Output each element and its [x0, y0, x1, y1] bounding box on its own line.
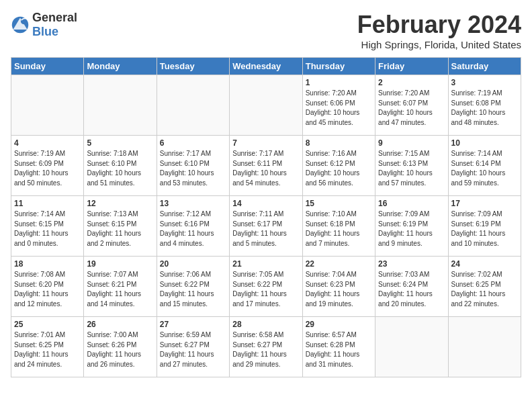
day-info: Sunrise: 7:17 AM Sunset: 6:10 PM Dayligh…: [160, 149, 226, 188]
calendar-week-2: 4 Sunrise: 7:19 AM Sunset: 6:09 PM Dayli…: [11, 136, 521, 196]
page-header: General Blue February 2024 High Springs,…: [11, 11, 521, 50]
calendar-cell: [375, 317, 448, 377]
day-info: Sunrise: 7:03 AM Sunset: 6:24 PM Dayligh…: [378, 270, 445, 309]
calendar-cell: 18 Sunrise: 7:08 AM Sunset: 6:20 PM Dayl…: [11, 257, 84, 317]
day-number: 4: [14, 138, 81, 148]
day-info: Sunrise: 7:06 AM Sunset: 6:22 PM Dayligh…: [160, 270, 226, 309]
month-title: February 2024: [357, 11, 521, 39]
day-info: Sunrise: 7:14 AM Sunset: 6:15 PM Dayligh…: [14, 210, 81, 248]
logo-blue: Blue: [32, 25, 58, 38]
weekday-header-friday: Friday: [375, 58, 448, 75]
day-info: Sunrise: 7:05 AM Sunset: 6:22 PM Dayligh…: [232, 270, 299, 309]
day-number: 24: [451, 259, 518, 269]
day-number: 25: [14, 320, 81, 329]
calendar-cell: 26 Sunrise: 7:00 AM Sunset: 6:26 PM Dayl…: [84, 317, 157, 377]
day-number: 3: [451, 78, 518, 87]
calendar-cell: 29 Sunrise: 6:57 AM Sunset: 6:28 PM Dayl…: [302, 317, 375, 377]
day-info: Sunrise: 7:15 AM Sunset: 6:13 PM Dayligh…: [378, 149, 445, 188]
calendar-cell: 15 Sunrise: 7:10 AM Sunset: 6:18 PM Dayl…: [302, 196, 375, 257]
calendar-cell: 21 Sunrise: 7:05 AM Sunset: 6:22 PM Dayl…: [230, 257, 302, 317]
calendar-cell: 8 Sunrise: 7:16 AM Sunset: 6:12 PM Dayli…: [302, 136, 375, 196]
day-info: Sunrise: 7:20 AM Sunset: 6:06 PM Dayligh…: [306, 89, 372, 128]
day-number: 8: [306, 138, 372, 148]
calendar-cell: 13 Sunrise: 7:12 AM Sunset: 6:16 PM Dayl…: [157, 196, 229, 257]
calendar-cell: 2 Sunrise: 7:20 AM Sunset: 6:07 PM Dayli…: [375, 75, 448, 136]
calendar-cell: 23 Sunrise: 7:03 AM Sunset: 6:24 PM Dayl…: [375, 257, 448, 317]
day-number: 19: [87, 259, 153, 269]
day-info: Sunrise: 6:59 AM Sunset: 6:27 PM Dayligh…: [160, 330, 226, 369]
calendar-cell: 17 Sunrise: 7:09 AM Sunset: 6:19 PM Dayl…: [448, 196, 521, 257]
calendar-cell: 1 Sunrise: 7:20 AM Sunset: 6:06 PM Dayli…: [302, 75, 375, 136]
calendar-cell: 28 Sunrise: 6:58 AM Sunset: 6:27 PM Dayl…: [230, 317, 302, 377]
calendar-cell: [230, 75, 302, 136]
day-number: 7: [232, 138, 299, 148]
day-number: 22: [306, 259, 372, 269]
calendar-table: SundayMondayTuesdayWednesdayThursdayFrid…: [11, 57, 521, 377]
calendar-cell: 4 Sunrise: 7:19 AM Sunset: 6:09 PM Dayli…: [11, 136, 84, 196]
day-number: 29: [306, 320, 372, 329]
day-info: Sunrise: 7:16 AM Sunset: 6:12 PM Dayligh…: [306, 149, 372, 188]
calendar-cell: 11 Sunrise: 7:14 AM Sunset: 6:15 PM Dayl…: [11, 196, 84, 257]
day-info: Sunrise: 7:10 AM Sunset: 6:18 PM Dayligh…: [306, 210, 372, 248]
day-number: 17: [451, 199, 518, 208]
day-number: 23: [378, 259, 445, 269]
calendar-header-row: SundayMondayTuesdayWednesdayThursdayFrid…: [11, 58, 521, 75]
calendar-week-1: 1 Sunrise: 7:20 AM Sunset: 6:06 PM Dayli…: [11, 75, 521, 136]
calendar-cell: 22 Sunrise: 7:04 AM Sunset: 6:23 PM Dayl…: [302, 257, 375, 317]
calendar-cell: 19 Sunrise: 7:07 AM Sunset: 6:21 PM Dayl…: [84, 257, 157, 317]
day-number: 11: [14, 199, 81, 208]
day-info: Sunrise: 7:02 AM Sunset: 6:25 PM Dayligh…: [451, 270, 518, 309]
day-info: Sunrise: 7:04 AM Sunset: 6:23 PM Dayligh…: [306, 270, 372, 309]
weekday-header-sunday: Sunday: [11, 58, 84, 75]
weekday-header-saturday: Saturday: [448, 58, 521, 75]
calendar-cell: 5 Sunrise: 7:18 AM Sunset: 6:10 PM Dayli…: [84, 136, 157, 196]
day-number: 10: [451, 138, 518, 148]
day-info: Sunrise: 7:09 AM Sunset: 6:19 PM Dayligh…: [378, 210, 445, 248]
calendar-cell: 12 Sunrise: 7:13 AM Sunset: 6:15 PM Dayl…: [84, 196, 157, 257]
location-title: High Springs, Florida, United States: [357, 39, 521, 50]
day-number: 27: [160, 320, 226, 329]
weekday-header-thursday: Thursday: [302, 58, 375, 75]
calendar-cell: 6 Sunrise: 7:17 AM Sunset: 6:10 PM Dayli…: [157, 136, 229, 196]
day-number: 21: [232, 259, 299, 269]
day-number: 13: [160, 199, 226, 208]
day-info: Sunrise: 7:19 AM Sunset: 6:08 PM Dayligh…: [451, 89, 518, 128]
weekday-header-tuesday: Tuesday: [157, 58, 229, 75]
day-number: 9: [378, 138, 445, 148]
day-info: Sunrise: 7:11 AM Sunset: 6:17 PM Dayligh…: [232, 210, 299, 248]
day-info: Sunrise: 7:08 AM Sunset: 6:20 PM Dayligh…: [14, 270, 81, 309]
title-block: February 2024 High Springs, Florida, Uni…: [357, 11, 521, 50]
calendar-cell: 25 Sunrise: 7:01 AM Sunset: 6:25 PM Dayl…: [11, 317, 84, 377]
day-info: Sunrise: 7:13 AM Sunset: 6:15 PM Dayligh…: [87, 210, 153, 248]
calendar-cell: 9 Sunrise: 7:15 AM Sunset: 6:13 PM Dayli…: [375, 136, 448, 196]
day-number: 26: [87, 320, 153, 329]
calendar-cell: 3 Sunrise: 7:19 AM Sunset: 6:08 PM Dayli…: [448, 75, 521, 136]
day-info: Sunrise: 7:12 AM Sunset: 6:16 PM Dayligh…: [160, 210, 226, 248]
day-info: Sunrise: 7:07 AM Sunset: 6:21 PM Dayligh…: [87, 270, 153, 309]
calendar-cell: 20 Sunrise: 7:06 AM Sunset: 6:22 PM Dayl…: [157, 257, 229, 317]
weekday-header-monday: Monday: [84, 58, 157, 75]
calendar-cell: [157, 75, 229, 136]
day-number: 12: [87, 199, 153, 208]
day-info: Sunrise: 7:17 AM Sunset: 6:11 PM Dayligh…: [232, 149, 299, 188]
day-info: Sunrise: 6:58 AM Sunset: 6:27 PM Dayligh…: [232, 330, 299, 369]
day-number: 6: [160, 138, 226, 148]
calendar-cell: [84, 75, 157, 136]
weekday-header-wednesday: Wednesday: [230, 58, 302, 75]
calendar-cell: 10 Sunrise: 7:14 AM Sunset: 6:14 PM Dayl…: [448, 136, 521, 196]
day-info: Sunrise: 7:01 AM Sunset: 6:25 PM Dayligh…: [14, 330, 81, 369]
day-number: 14: [232, 199, 299, 208]
day-number: 18: [14, 259, 81, 269]
calendar-cell: [448, 317, 521, 377]
logo-general: General: [32, 11, 77, 24]
day-info: Sunrise: 7:09 AM Sunset: 6:19 PM Dayligh…: [451, 210, 518, 248]
day-info: Sunrise: 7:00 AM Sunset: 6:26 PM Dayligh…: [87, 330, 153, 369]
logo: General Blue: [11, 11, 77, 39]
day-number: 2: [378, 78, 445, 87]
calendar-cell: 7 Sunrise: 7:17 AM Sunset: 6:11 PM Dayli…: [230, 136, 302, 196]
day-number: 15: [306, 199, 372, 208]
calendar-cell: 16 Sunrise: 7:09 AM Sunset: 6:19 PM Dayl…: [375, 196, 448, 257]
day-info: Sunrise: 7:20 AM Sunset: 6:07 PM Dayligh…: [378, 89, 445, 128]
day-number: 5: [87, 138, 153, 148]
day-info: Sunrise: 7:14 AM Sunset: 6:14 PM Dayligh…: [451, 149, 518, 188]
